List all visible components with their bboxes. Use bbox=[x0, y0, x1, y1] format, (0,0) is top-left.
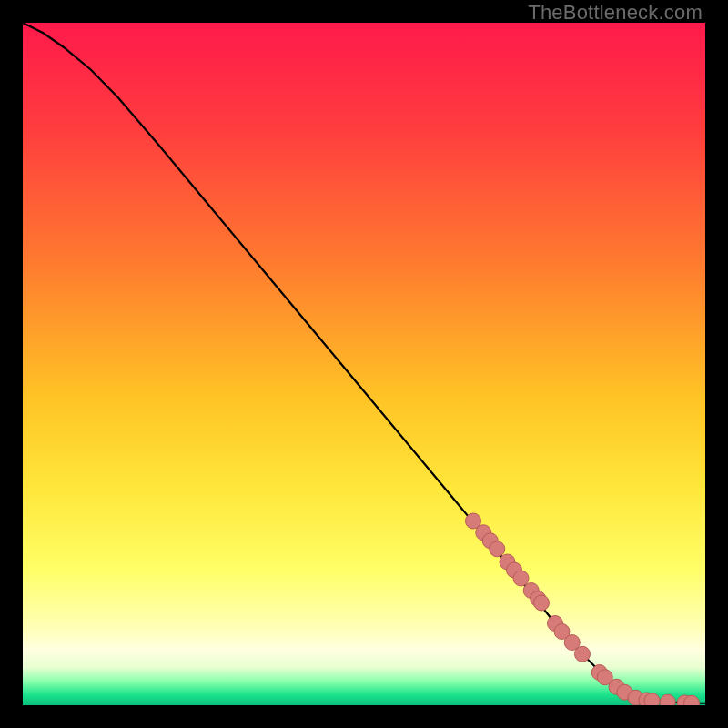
gradient-background bbox=[23, 23, 705, 705]
data-marker bbox=[513, 571, 529, 586]
data-marker bbox=[575, 646, 591, 662]
chart-svg bbox=[23, 23, 705, 705]
data-marker bbox=[534, 595, 550, 611]
data-marker bbox=[660, 694, 675, 705]
data-marker bbox=[644, 693, 660, 705]
chart-frame bbox=[23, 23, 705, 705]
data-marker bbox=[490, 541, 505, 557]
watermark-text: TheBottleneck.com bbox=[528, 1, 703, 25]
